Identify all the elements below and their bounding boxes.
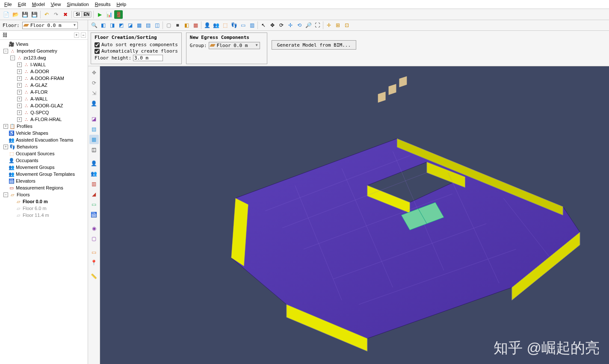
show-stairs-icon[interactable]: ▥ — [248, 21, 256, 30]
add-group-icon[interactable]: 👥 — [89, 169, 99, 178]
measure-tool-icon[interactable]: 📏 — [89, 272, 99, 281]
tree-views[interactable]: 🎥Views — [0, 41, 88, 47]
tree-view[interactable]: 🎥Views −⛬Imported Geometry −⛬zx123.dwg +… — [0, 40, 88, 364]
show-occ2-icon[interactable]: 👥 — [212, 21, 220, 30]
zoom-box-icon[interactable]: ⛶ — [313, 21, 322, 30]
show-rooms-icon[interactable]: 👣 — [230, 21, 238, 30]
door-tool-icon[interactable]: ◫ — [89, 145, 99, 154]
view-sw-icon[interactable]: ◧ — [99, 21, 107, 30]
tree-layer[interactable]: +⛬Q-SPCQ — [0, 109, 88, 116]
wire-icon[interactable]: ▢ — [164, 21, 173, 30]
show-paths-icon[interactable]: ⬚ — [221, 21, 229, 30]
zoom-icon[interactable]: 🔍 — [90, 21, 98, 30]
obstruction-tool-icon[interactable]: ▦ — [89, 135, 99, 144]
region-tool-icon[interactable]: ▢ — [89, 234, 99, 243]
elevator-tool-icon[interactable]: 🛗 — [89, 210, 99, 219]
cursor-icon[interactable]: ↖ — [259, 21, 268, 30]
stair-tool-icon[interactable]: ▥ — [89, 179, 99, 189]
tree-imported[interactable]: −⛬Imported Geometry — [0, 47, 88, 54]
view-se-icon[interactable]: ◨ — [108, 21, 116, 30]
room-tool-icon[interactable]: ◪ — [89, 114, 99, 124]
menu-simulation[interactable]: Simulation — [64, 1, 91, 8]
tree-layer[interactable]: +⛬A-WALL — [0, 95, 88, 102]
view-front-icon[interactable]: ▤ — [144, 21, 152, 30]
pan-icon[interactable]: ✥ — [268, 21, 277, 30]
tree-layer[interactable]: +⛬A-DOOR — [0, 68, 88, 75]
tree-assisted[interactable]: 👥Assisted Evacuation Teams — [0, 136, 88, 143]
tree-profiles[interactable]: +📋Profiles — [0, 123, 88, 130]
zoom-in-icon[interactable]: 🔎 — [304, 21, 313, 30]
cancel-icon[interactable]: ✖ — [61, 10, 70, 19]
view-persp-icon[interactable]: ◫ — [153, 21, 161, 30]
menu-edit[interactable]: Edit — [15, 1, 29, 8]
tree-layer[interactable]: +⛬A-GLAZ — [0, 82, 88, 89]
generate-bim-button[interactable]: Generate Model from BIM... — [272, 40, 356, 50]
menu-model[interactable]: Model — [30, 1, 47, 8]
menu-results[interactable]: Results — [92, 1, 113, 8]
tree-measure[interactable]: ▭Measurement Regions — [0, 184, 88, 191]
view-nw-icon[interactable]: ◩ — [117, 21, 125, 30]
tree-elevators[interactable]: 🛗Elevators — [0, 178, 88, 184]
menu-help[interactable]: Help — [114, 1, 129, 8]
waypoint-tool-icon[interactable]: 📍 — [89, 258, 99, 267]
show-occ-icon[interactable]: 👤 — [203, 21, 211, 30]
tree-vehicles[interactable]: ♿Vehicle Shapes — [0, 130, 88, 136]
tree-layer[interactable]: +⛬I-WALL — [0, 61, 88, 68]
tree-floor-item[interactable]: ▱Floor 11.4 m — [0, 212, 88, 219]
ref-tool-icon[interactable]: ◉ — [89, 224, 99, 233]
auto-create-checkbox[interactable] — [95, 49, 100, 54]
rotate-tool-icon[interactable]: ⟳ — [89, 78, 99, 88]
exit-icon[interactable]: 🚪 — [114, 10, 123, 19]
undo-icon[interactable]: ↶ — [42, 10, 51, 19]
orbit-icon[interactable]: ⟳ — [277, 21, 286, 30]
move-obj-icon[interactable]: ✢ — [286, 21, 295, 30]
tree-filter-icon[interactable]: ⛓ — [2, 32, 9, 38]
solid-icon[interactable]: ■ — [173, 21, 182, 30]
floor-height-input[interactable] — [133, 55, 163, 61]
ramp-tool-icon[interactable]: ◢ — [89, 189, 99, 199]
grid-icon[interactable]: ⊞ — [334, 21, 342, 30]
save-file-icon[interactable]: 💾 — [21, 10, 29, 19]
tree-floor-item[interactable]: ▱Floor 6.0 m — [0, 205, 88, 212]
unit-toggle[interactable]: SIEN — [74, 11, 92, 18]
tree-layer[interactable]: +⛬A-DOOR-GLAZ — [0, 102, 88, 109]
collapse-all-icon[interactable]: − — [81, 33, 86, 38]
tree-floor-item[interactable]: ▱Floor 0.0 m — [0, 198, 88, 205]
tree-move-groups[interactable]: 👥Movement Groups — [0, 164, 88, 171]
hidden-icon[interactable]: ▦ — [191, 21, 200, 30]
redo-icon[interactable]: ↷ — [52, 10, 60, 19]
expand-all-icon[interactable]: + — [74, 33, 79, 38]
tree-behaviors[interactable]: +👣Behaviors — [0, 143, 88, 150]
tree-occ-sources[interactable]: ⬚Occupant Sources — [0, 150, 88, 157]
view-ne-icon[interactable]: ◪ — [126, 21, 134, 30]
shaded-icon[interactable]: ◧ — [182, 21, 191, 30]
tree-dwg[interactable]: −⛬zx123.dwg — [0, 54, 88, 61]
floor-selector[interactable]: Floor 0.0 m ▼ — [22, 22, 78, 29]
group-selector[interactable]: Floor 0.0 m ▼ — [209, 42, 260, 49]
viewport-3d[interactable]: 知乎 @崛起的亮 — [100, 66, 609, 364]
snap-icon[interactable]: ✛ — [325, 21, 333, 30]
tree-layer[interactable]: +⛬A-FLOR — [0, 89, 88, 95]
results-icon[interactable]: 📊 — [105, 10, 113, 19]
add-occ-icon[interactable]: 👤 — [89, 159, 99, 168]
tree-floors[interactable]: −▱Floors — [0, 191, 88, 198]
exit-tool-icon[interactable]: ▭ — [89, 200, 99, 209]
opening-tool-icon[interactable]: ▭ — [89, 248, 99, 257]
axes-icon[interactable]: ⊡ — [343, 21, 351, 30]
scale-tool-icon[interactable]: ⇲ — [89, 89, 99, 98]
play-icon[interactable]: ▶ — [95, 10, 104, 19]
wall-tool-icon[interactable]: ▤ — [89, 124, 99, 134]
show-doors-icon[interactable]: ▭ — [239, 21, 247, 30]
auto-sort-checkbox[interactable] — [95, 42, 100, 47]
open-file-icon[interactable]: 📂 — [11, 10, 20, 19]
menu-view[interactable]: View — [48, 1, 64, 8]
save-as-icon[interactable]: 💾 — [30, 10, 38, 19]
tree-layer[interactable]: +⛬A-DOOR-FRAM — [0, 75, 88, 82]
menu-file[interactable]: File — [2, 1, 15, 8]
move-tool-icon[interactable]: ✥ — [89, 68, 99, 77]
tree-occupants[interactable]: 👤Occupants — [0, 157, 88, 164]
rotate-obj-icon[interactable]: ⟲ — [295, 21, 304, 30]
new-file-icon[interactable]: 📄 — [2, 10, 10, 19]
tree-layer[interactable]: +⛬A-FLOR-HRAL — [0, 116, 88, 123]
tree-move-tpl[interactable]: 👥Movement Group Templates — [0, 171, 88, 178]
